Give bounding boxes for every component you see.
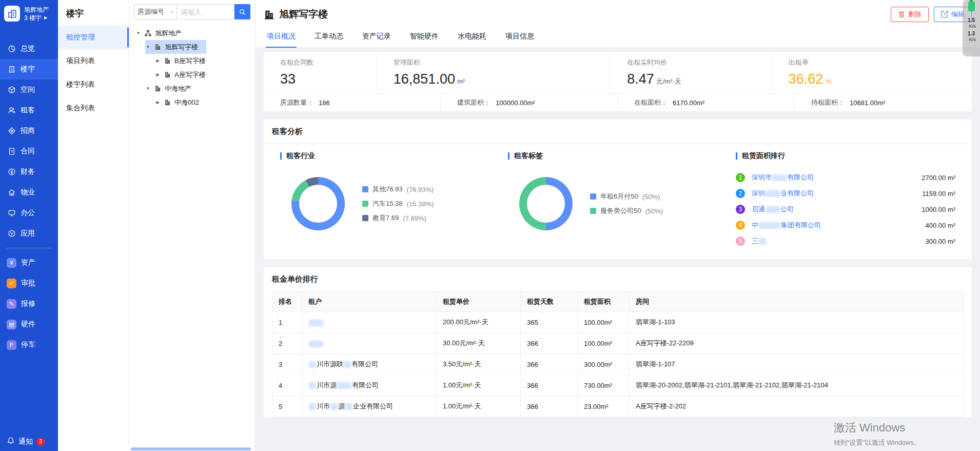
building-tree-panel: 房源编号 ∨ ▼旭辉地产▼旭辉写字楼▶B座写字楼▶A座写字楼▼中海地产▶中海00…	[129, 0, 256, 451]
tenant-tags-legend: 年租6月付50 (50%)服务类公司50 (50%)	[590, 192, 663, 215]
building-title-icon	[264, 9, 275, 20]
tenant-cell[interactable]: 川市源企业有限公司	[302, 396, 437, 417]
download-speed-unit: K/s	[969, 37, 976, 42]
leased-area-value: 1000.00 m²	[922, 206, 955, 213]
stat-value: 36.62%	[789, 71, 972, 87]
rank-cell: 3	[272, 354, 302, 375]
tree-node[interactable]: ▶B座写字楼	[155, 54, 214, 68]
table-row: 230.00元/m²·天366100.00m²A座写字楼-22-2209	[272, 333, 964, 354]
tenant-cell[interactable]: 川市源联有限公司	[302, 354, 437, 375]
tab-info[interactable]: 项目信息	[504, 27, 535, 47]
caret-collapsed-icon[interactable]: ▶	[155, 100, 161, 105]
company-link[interactable]: 深圳业有限公司	[752, 189, 915, 198]
column-header: 租户	[302, 292, 437, 312]
sidebar-item-apps[interactable]: 应用	[0, 223, 58, 244]
building-icon	[8, 65, 16, 73]
company-link[interactable]: 启通公司	[752, 205, 915, 214]
tenant-industry-legend: 其他76.93 (76.93%)汽车15.38 (15.38%)教育7.69 (…	[362, 185, 434, 223]
substat-在租面积: 在租面积：6170.00m²	[618, 94, 795, 111]
area-ranking-title: 租赁面积排行	[736, 151, 964, 161]
sidebar-item-approval[interactable]: ✔审批	[0, 273, 58, 293]
menu-item-project-list[interactable]: 项目列表	[58, 49, 129, 73]
sidebar-item-property[interactable]: 物业	[0, 182, 58, 203]
sidebar-item-label: 楼宇	[21, 65, 35, 74]
rank-cell: 2	[272, 333, 302, 354]
menu-item-building-list[interactable]: 楼宇列表	[58, 73, 129, 96]
stat-label: 管理面积	[394, 58, 610, 67]
horizontal-scrollbar[interactable]	[131, 447, 251, 450]
upload-speed-value: 1.5	[968, 17, 975, 24]
redacted-text	[337, 382, 351, 389]
notifications-label: 通知	[18, 437, 33, 446]
tree-node[interactable]: ▶A座写字楼	[155, 68, 214, 82]
tenant-cell[interactable]	[302, 333, 437, 354]
sidebar-item-label: 审批	[21, 279, 35, 288]
tree-node-label: 旭辉写字楼	[165, 43, 198, 52]
company-link[interactable]: 深圳市有限公司	[752, 173, 915, 182]
tree-node[interactable]: ▼旭辉写字楼	[145, 40, 206, 54]
sidebar-item-tenant[interactable]: 租客	[0, 100, 58, 121]
redacted-text	[330, 403, 338, 410]
sidebar-item-notifications[interactable]: 通知 3	[0, 437, 58, 446]
tree-node[interactable]: ▼旭辉地产	[135, 26, 190, 40]
substat-value: 6170.00m²	[673, 99, 704, 107]
caret-expanded-icon[interactable]: ▼	[145, 45, 151, 49]
legend-label: 汽车15.38	[373, 199, 403, 208]
sidebar-item-asset[interactable]: ¥资产	[0, 252, 58, 273]
menu-item-rent-control[interactable]: 租控管理	[58, 26, 129, 49]
search-field-select[interactable]: 房源编号 ∨	[134, 4, 177, 19]
caret-expanded-icon[interactable]: ▼	[135, 31, 141, 35]
company-link[interactable]: 中集团有限公司	[752, 221, 918, 230]
company-link[interactable]: 三	[752, 237, 918, 246]
legend-label: 服务类公司50	[600, 206, 641, 215]
net-speed-widget[interactable]: 1.5 ↑K/s 1.3 ↓K/s	[963, 0, 980, 56]
rank-badge: 1	[736, 173, 745, 182]
sidebar-item-contract[interactable]: 合同	[0, 141, 58, 162]
tab-hardware[interactable]: 智能硬件	[409, 27, 440, 47]
notification-badge: 3	[36, 438, 45, 446]
sidebar-item-invest[interactable]: 招商	[0, 121, 58, 141]
stat-label: 在租合同数	[280, 58, 377, 67]
sidebar-item-parking[interactable]: P停车	[0, 335, 58, 355]
caret-collapsed-icon[interactable]: ▶	[155, 72, 161, 77]
sidebar-item-label: 停车	[21, 340, 35, 349]
tree-node[interactable]: ▶中海002	[155, 95, 207, 109]
tenant-cell[interactable]: 川市源有限公司	[302, 375, 437, 396]
tree-node[interactable]: ▼中海地产	[145, 82, 200, 95]
redacted-text	[759, 238, 766, 245]
sidebar-item-office[interactable]: 办公	[0, 203, 58, 223]
sidebar-item-finance[interactable]: 财务	[0, 162, 58, 182]
workspace-switcher[interactable]: 旭辉地产 3 楼宇 ▶	[0, 0, 58, 22]
price-cell: 1.00元/m²·天	[437, 396, 521, 417]
tab-assets[interactable]: 资产记录	[361, 27, 392, 47]
sidebar-item-hardware[interactable]: ▤硬件	[0, 314, 58, 335]
sidebar-item-overview[interactable]: 总览	[0, 38, 58, 59]
sidebar-primary-menu: 总览楼宇空间租客招商合同财务物业办公应用	[0, 38, 58, 244]
caret-collapsed-icon[interactable]: ▶	[155, 58, 161, 63]
download-speed-value: 1.3	[968, 31, 975, 37]
price-ranking-table: 排名租户租赁单价租赁天数租赁面积房间 1200.00元/m²·天365100.0…	[272, 291, 964, 417]
sidebar-item-repair[interactable]: ✎报修	[0, 293, 58, 314]
delete-button[interactable]: 删除	[891, 7, 929, 22]
sidebar-item-space[interactable]: 空间	[0, 80, 58, 100]
tab-energy[interactable]: 水电能耗	[457, 27, 487, 47]
tenant-cell[interactable]	[302, 312, 437, 333]
tab-workorder[interactable]: 工单动态	[313, 27, 344, 47]
search-button[interactable]	[234, 4, 250, 19]
legend-swatch	[590, 208, 596, 214]
menu-item-collection-list[interactable]: 集合列表	[58, 96, 129, 120]
caret-expanded-icon[interactable]: ▼	[145, 86, 151, 91]
legend-percent: (50%)	[642, 193, 660, 201]
tree-search-input[interactable]	[177, 4, 234, 19]
tab-overview[interactable]: 项目概况	[266, 27, 297, 47]
legend-swatch	[590, 193, 596, 200]
home-icon	[8, 188, 16, 197]
table-header-row: 排名租户租赁单价租赁天数租赁面积房间	[272, 292, 964, 312]
days-cell: 366	[521, 333, 578, 354]
ranking-row: 2深圳业有限公司1159.00 m²	[736, 189, 955, 198]
redacted-text	[309, 361, 316, 368]
watermark-line2: 转到“设置”以激活 Windows。	[834, 438, 920, 447]
sidebar-item-building[interactable]: 楼宇	[0, 59, 58, 80]
rooms-cell: 翡翠湖-20-2002,翡翠湖-21-2101,翡翠湖-21-2102,翡翠湖-…	[630, 375, 964, 396]
redacted-text	[309, 341, 323, 347]
